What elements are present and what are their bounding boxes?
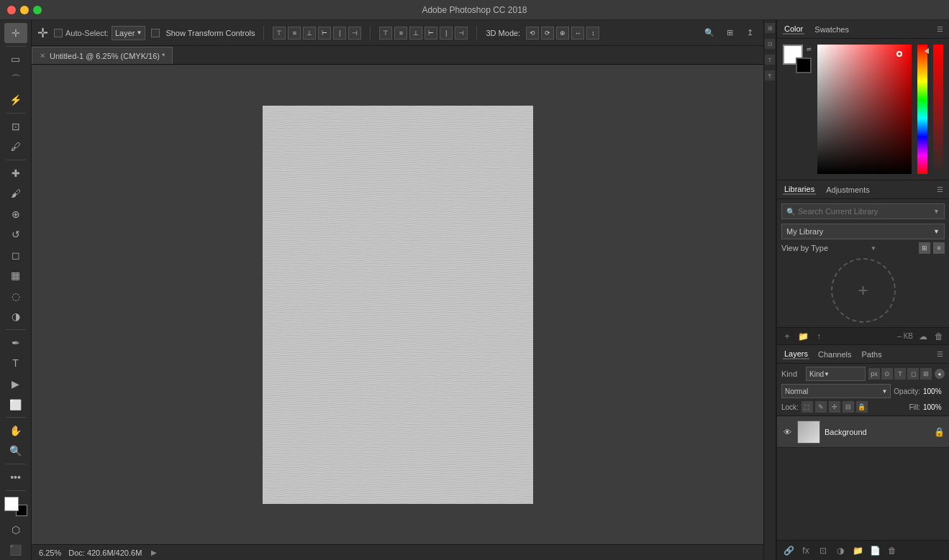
view-by-type[interactable]: View by Type <box>781 244 828 252</box>
background-layer-item[interactable]: 👁 Background 🔒 <box>777 416 949 448</box>
panel-icon-4[interactable]: ¶ <box>765 70 775 81</box>
folder-library-btn[interactable]: 📁 <box>797 331 809 342</box>
new-fill-layer-btn[interactable]: ◑ <box>833 543 848 558</box>
auto-select-checkbox[interactable] <box>54 29 63 37</box>
maximize-button[interactable] <box>33 6 42 14</box>
fill-value[interactable]: 100% <box>923 403 945 411</box>
show-transform-checkbox[interactable] <box>151 29 160 37</box>
list-view-btn[interactable]: ≡ <box>933 242 945 254</box>
kind-dropdown[interactable]: Kind ▼ <box>806 367 866 381</box>
kind-icon-shape[interactable]: ◻ <box>907 368 919 380</box>
dist-3[interactable]: ⊥ <box>409 27 422 40</box>
kind-icon-smart[interactable]: ⊞ <box>920 368 932 380</box>
lock-paint[interactable]: ✎ <box>815 401 827 413</box>
align-hcenter[interactable]: ∣ <box>333 27 346 40</box>
dist-6[interactable]: ⊣ <box>455 27 468 40</box>
crop-tool[interactable]: ⊡ <box>4 116 27 137</box>
background-swatch[interactable] <box>796 58 812 73</box>
layers-menu[interactable]: ☰ <box>937 350 943 358</box>
panel-icon-2[interactable]: ⊡ <box>765 39 775 49</box>
hand-tool[interactable]: ✋ <box>4 421 27 441</box>
align-bottom[interactable]: ⊥ <box>303 27 316 40</box>
document-tab[interactable]: ✕ Untitled-1 @ 6.25% (CMYK/16) * <box>32 47 173 64</box>
new-layer-btn[interactable]: 📄 <box>868 543 882 558</box>
tab-swatches[interactable]: Swatches <box>813 25 850 34</box>
marquee-tool[interactable]: ▭ <box>4 49 27 69</box>
panel-icon-3[interactable]: T <box>765 55 775 65</box>
path-select-tool[interactable]: ▶ <box>4 374 27 394</box>
kind-icon-type[interactable]: T <box>894 368 906 380</box>
alpha-slider[interactable] <box>933 45 943 174</box>
dodge-tool[interactable]: ◑ <box>4 307 27 327</box>
lock-transparent[interactable]: ⬚ <box>802 401 813 413</box>
brush-tool[interactable]: 🖌 <box>4 183 27 203</box>
pen-tool[interactable]: ✒ <box>4 333 27 353</box>
tab-paths[interactable]: Paths <box>861 350 884 359</box>
hue-slider[interactable] <box>917 45 927 174</box>
blur-tool[interactable]: ◌ <box>4 286 27 306</box>
search-icon[interactable]: 🔍 <box>701 25 717 41</box>
kind-circle-btn[interactable]: ● <box>935 369 945 379</box>
tab-libraries[interactable]: Libraries <box>783 185 816 195</box>
layer-dropdown[interactable]: Layer ▼ <box>112 26 145 40</box>
share-icon[interactable]: ↥ <box>742 25 758 41</box>
align-top[interactable]: ⊤ <box>273 27 286 40</box>
minimize-button[interactable] <box>20 6 29 14</box>
grid-view-btn[interactable]: ⊞ <box>919 242 930 254</box>
cloud-icon[interactable]: ☁ <box>917 331 929 342</box>
my-library-dropdown[interactable]: My Library ▼ <box>781 224 945 239</box>
color-gradient[interactable] <box>817 45 912 174</box>
blend-mode-dropdown[interactable]: Normal ▼ <box>781 384 891 398</box>
library-search-input[interactable] <box>798 207 930 216</box>
add-mask-btn[interactable]: ⊡ <box>816 543 830 558</box>
delete-library-btn[interactable]: 🗑 <box>933 331 945 342</box>
kind-icon-adjust[interactable]: ⊙ <box>881 368 893 380</box>
lock-all[interactable]: 🔒 <box>856 401 868 413</box>
color-panel-menu[interactable]: ☰ <box>937 25 943 33</box>
align-vcenter[interactable]: ≡ <box>288 27 301 40</box>
more-tools[interactable]: ••• <box>4 467 27 487</box>
tab-color[interactable]: Color <box>783 24 804 35</box>
lasso-tool[interactable]: ⌒ <box>4 70 27 90</box>
doc-tab-close[interactable]: ✕ <box>40 52 45 60</box>
layer-visibility-toggle[interactable]: 👁 <box>781 426 793 438</box>
panel-icon-1[interactable]: ⊞ <box>765 23 775 33</box>
libraries-menu[interactable]: ☰ <box>937 185 943 193</box>
quick-select-tool[interactable]: ⚡ <box>4 91 27 111</box>
delete-layer-btn[interactable]: 🗑 <box>885 543 899 558</box>
status-arrow[interactable]: ▶ <box>149 548 159 558</box>
lock-move[interactable]: ✛ <box>829 401 840 413</box>
gradient-tool[interactable]: ▦ <box>4 266 27 286</box>
clone-tool[interactable]: ⊕ <box>4 204 27 224</box>
3d-4[interactable]: ↔ <box>571 27 584 40</box>
tab-layers[interactable]: Layers <box>783 349 809 359</box>
healing-tool[interactable]: ✚ <box>4 163 27 183</box>
3d-1[interactable]: ⟲ <box>526 27 539 40</box>
tab-adjustments[interactable]: Adjustments <box>825 185 871 194</box>
eyedropper-tool[interactable]: 🖋 <box>4 137 27 157</box>
shape-tool[interactable]: ⬜ <box>4 395 27 415</box>
move-tool[interactable]: ✛ <box>4 23 27 43</box>
workspaces-icon[interactable]: ⊞ <box>722 25 737 41</box>
eraser-tool[interactable]: ◻ <box>4 245 27 265</box>
3d-3[interactable]: ⊕ <box>556 27 569 40</box>
kind-icon-pixel[interactable]: px <box>868 368 880 380</box>
view-dropdown-arrow[interactable]: ▼ <box>871 245 876 252</box>
new-group-btn[interactable]: 📁 <box>850 543 865 558</box>
dist-2[interactable]: ≡ <box>394 27 407 40</box>
dist-1[interactable]: ⊤ <box>379 27 392 40</box>
lock-artboard[interactable]: ⊟ <box>843 401 854 413</box>
close-button[interactable] <box>7 6 16 14</box>
swap-colors[interactable]: ⇌ <box>807 46 812 52</box>
library-add-placeholder[interactable]: + <box>831 258 896 323</box>
add-library-btn[interactable]: + <box>781 331 793 342</box>
dist-4[interactable]: ⊢ <box>424 27 437 40</box>
layer-effects-btn[interactable]: fx <box>799 543 813 558</box>
zoom-tool[interactable]: 🔍 <box>4 441 27 462</box>
search-dropdown-arrow[interactable]: ▼ <box>933 208 940 215</box>
link-layers-btn[interactable]: 🔗 <box>781 543 796 558</box>
dist-5[interactable]: ∣ <box>440 27 453 40</box>
tab-channels[interactable]: Channels <box>817 350 853 359</box>
quick-mask-mode[interactable]: ⬡ <box>4 520 27 540</box>
fg-bg-colors[interactable] <box>4 497 27 517</box>
